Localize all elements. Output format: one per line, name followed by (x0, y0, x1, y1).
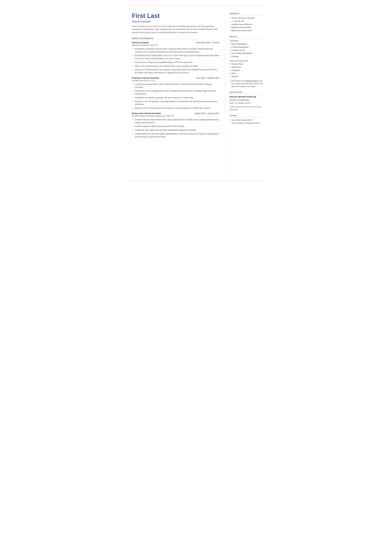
tool-0: Financial Tools (230, 63, 263, 66)
bullet-2-1: Carried out secretarial duties, such as … (133, 83, 219, 89)
job-dates-1: November 2015 – Present (196, 42, 219, 44)
job-dates-3: August 2010 – January 2013 (194, 112, 219, 114)
bullet-1-5: Created over 100 materials for the compa… (133, 68, 219, 74)
tools-label: Tools and Frameworks: (230, 60, 263, 62)
bullet-2-3: Completed reconciliation, reporting, and… (133, 96, 219, 99)
job-header-1: Virtual Assistant November 2015 – Presen… (132, 41, 219, 44)
edu-degree: Bachelor of Engineering (230, 98, 263, 102)
job-title-3: Entry-Level Virtual Assistant (132, 112, 161, 114)
job-bullets-1: Established a connection with more than … (132, 47, 219, 74)
resume-worded-link[interactable]: Resume Worded (245, 80, 257, 82)
full-name: First Last (132, 13, 219, 19)
skills-section: SKILLS Techniques: Project Management Ca… (230, 36, 263, 88)
tool-1: Time Doctor (230, 66, 263, 69)
name-title-block: First Last Virtual Assistant (132, 13, 219, 23)
other-section: OTHER Top Virtual Assistant (2017) Virtu… (230, 115, 263, 125)
bullet-1-2: Provided email and communication service… (133, 54, 219, 60)
contact-item-1: +1-234-456-789 (230, 20, 263, 23)
job-company-3: Resume Worded's Exciting Company, New Yo… (132, 115, 219, 117)
other-header: OTHER (230, 115, 263, 117)
other-list: Top Virtual Assistant (2017) Virtual Ass… (230, 119, 263, 125)
contact-header: CONTACT (230, 13, 263, 15)
technique-4: Planning (230, 55, 263, 58)
summary-text: Virtual Assistant with more than 10 year… (132, 25, 219, 34)
tool-3: Wave (230, 72, 263, 75)
bullet-3-2: Created comparison tables of items and s… (133, 125, 219, 128)
job-company-2: Growthsi, San Francisco, CA (132, 79, 219, 82)
contact-list: Denver, OH (Open to Remote) +1-234-456-7… (230, 17, 263, 32)
other-item-0: Top Virtual Assistant (2017) (230, 119, 263, 122)
education-header: EDUCATION (230, 91, 263, 94)
contact-section: CONTACT Denver, OH (Open to Remote) +1-2… (230, 13, 263, 32)
technique-2: Customer Service (230, 49, 263, 52)
job-header-3: Entry-Level Virtual Assistant August 201… (132, 112, 219, 114)
work-experience-header: WORK EXPERIENCE (132, 37, 219, 40)
bullet-1-4: Made contact with prospective and existi… (133, 65, 219, 68)
right-column: CONTACT Denver, OH (Open to Remote) +1-2… (225, 6, 267, 180)
bullet-3-4: Virtual scribed over 100 doctor-patient … (133, 132, 219, 138)
resume-page: First Last Virtual Assistant Virtual Ass… (125, 6, 267, 180)
job-bullets-3: Translated business data priorities from… (132, 118, 219, 138)
job-title-1: Virtual Assistant (132, 41, 149, 44)
left-column: First Last Virtual Assistant Virtual Ass… (125, 6, 225, 180)
bullet-2-4: Respond to over 100 questions concerning… (133, 100, 219, 106)
techniques-label: Techniques: (230, 40, 263, 42)
bullet-3-3: Assisted the team's agents with part-tim… (133, 129, 219, 132)
job-company-1: Resume Worded, New York, NY (132, 44, 219, 46)
contact-item-3: linkedin.com/in/username (230, 26, 263, 29)
job-block-1: Virtual Assistant November 2015 – Presen… (132, 41, 219, 74)
job-block-2: Freelance Virtual Assistant June 2013 – … (132, 77, 219, 110)
bullet-1-3: Converted over 100 previously published … (133, 61, 219, 64)
bullet-1-1: Established a connection with more than … (133, 47, 219, 53)
technique-0: Project Management (230, 42, 263, 46)
job-header-2: Freelance Virtual Assistant June 2013 – … (132, 77, 219, 79)
bullet-2-5: Prepared a total of 30 presentations in … (133, 107, 219, 110)
job-dates-2: June 2013 – October 2015 (196, 77, 219, 79)
job-block-3: Entry-Level Virtual Assistant August 201… (132, 112, 219, 138)
edu-block: Resume Worded University Bachelor of Eng… (230, 95, 263, 111)
contact-item-4: github.com/resumeworded (230, 29, 263, 32)
edu-awards: Awards: Honor Society, Dean's List 2012 … (230, 105, 263, 111)
tool-2: Freshbooks (230, 69, 263, 72)
education-section: EDUCATION Resume Worded University Bache… (230, 91, 263, 111)
other-item-1: Virtual Assistant Certification (2022) (230, 122, 263, 125)
contact-item-2: email@resumeworded.com (230, 23, 263, 26)
job-title-2: Freelance Virtual Assistant (132, 77, 159, 79)
technique-3: Social Media Management (230, 52, 263, 55)
skills-header: SKILLS (230, 36, 263, 38)
skills-note: • Don't forget to use Resume Worded to s… (230, 79, 263, 88)
bullet-2-2: Coordinated over 10 arrangements per day… (133, 89, 219, 95)
edu-major: Major in Computer Science (230, 102, 263, 105)
job-title-header: Virtual Assistant (132, 20, 219, 23)
tool-4: Hubstaff (230, 75, 263, 78)
contact-item-0: Denver, OH (Open to Remote) (230, 17, 263, 20)
bullet-3-1: Translated business data priorities from… (133, 118, 219, 124)
tools-list: Financial Tools Time Doctor Freshbooks W… (230, 63, 263, 78)
skills-note-text: Don't forget to use Resume Worded to sca… (231, 79, 263, 88)
job-bullets-2: Carried out secretarial duties, such as … (132, 83, 219, 110)
technique-1: Calendar Management (230, 46, 263, 49)
techniques-list: Project Management Calendar Management C… (230, 42, 263, 58)
edu-school: Resume Worded University (230, 95, 263, 98)
